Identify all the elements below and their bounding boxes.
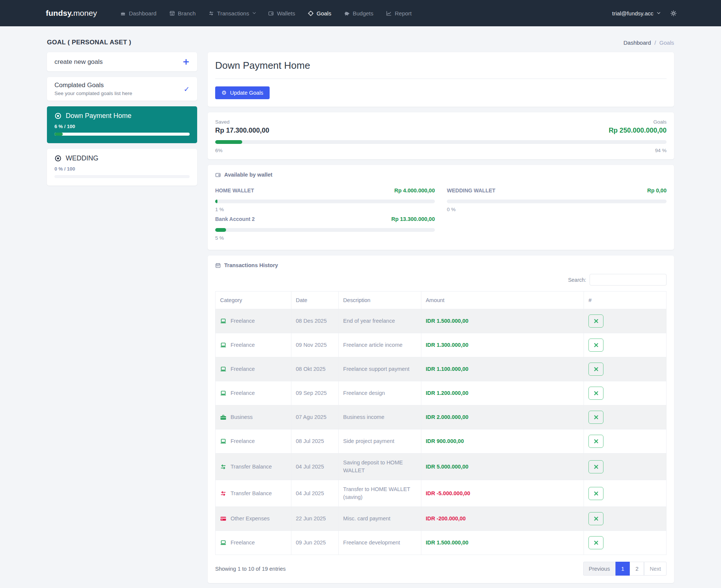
- transaction-action-button[interactable]: [588, 411, 603, 424]
- breadcrumb-dashboard-link[interactable]: Dashboard: [623, 39, 651, 46]
- wallet-progress-track: [215, 228, 435, 232]
- nav-item-budgets[interactable]: Budgets: [344, 10, 373, 17]
- transaction-date: 09 Nov 2025: [291, 333, 338, 357]
- goals-label: Goals: [609, 119, 667, 125]
- briefcase-icon: [220, 414, 226, 420]
- pagination-next-button[interactable]: Next: [644, 562, 667, 576]
- wallet-row: HOME WALLET Rp 4.000.000,00: [215, 187, 435, 193]
- table-row: Freelance 08 Jul 2025 Side project payme…: [216, 429, 667, 453]
- nav-item-branch[interactable]: Branch: [169, 10, 196, 17]
- transaction-description: End of year freelance: [338, 309, 421, 333]
- calendar-icon: [215, 263, 221, 268]
- pagination-page-2-button[interactable]: 2: [630, 562, 644, 576]
- transaction-action-button[interactable]: [588, 387, 603, 400]
- tools-icon: [593, 491, 599, 496]
- category-label: Freelance: [231, 437, 255, 445]
- saved-block: Saved Rp 17.300.000,00: [215, 119, 269, 135]
- nav-item-wallets[interactable]: Wallets: [268, 10, 295, 17]
- category-label: Business: [231, 413, 253, 421]
- goal-card-wedding[interactable]: WEDDING 0 % / 100: [47, 149, 197, 186]
- update-goals-button[interactable]: ⚙ Update Goals: [215, 86, 270, 99]
- nav-right: trial@fundsy.acc: [612, 10, 677, 17]
- transaction-amount: IDR 1.300.000,00: [426, 342, 469, 348]
- brand-bold: fundsy.: [46, 9, 73, 17]
- tools-icon: [593, 438, 599, 444]
- wallet-progress-fill: [215, 228, 226, 232]
- goal-progress-label: 6 % / 100: [54, 124, 190, 129]
- nav-item-label: Report: [395, 10, 412, 17]
- table-footer: Showing 1 to 10 of 19 entries Previous 1…: [215, 562, 667, 576]
- wallets-icon: [268, 11, 274, 16]
- update-goals-label: Update Goals: [230, 90, 263, 96]
- wallet-progress-track: [215, 200, 435, 203]
- column-header-amount[interactable]: Amount: [421, 292, 584, 309]
- table-row: Freelance 08 Des 2025 End of year freela…: [216, 309, 667, 333]
- breadcrumb: Dashboard/Goals: [623, 39, 674, 46]
- wallet-percent: 0 %: [447, 207, 667, 212]
- goal-progress-fill: [54, 133, 63, 136]
- transaction-date: 04 Jul 2025: [291, 480, 338, 507]
- goal-summary-panel: Saved Rp 17.300.000,00 Goals Rp 250.000.…: [208, 112, 674, 159]
- column-header-category[interactable]: Category: [216, 292, 291, 309]
- goal-progress-track: [54, 175, 190, 178]
- transaction-action-button[interactable]: [588, 536, 603, 549]
- table-row: Transfer Balance 04 Jul 2025 Saving depo…: [216, 453, 667, 480]
- wallet-item-bank-account-2: Bank Account 2 Rp 13.300.000,00 5 %: [215, 216, 435, 241]
- transaction-date: 09 Sep 2025: [291, 381, 338, 405]
- brand-logo[interactable]: fundsy.money: [46, 9, 97, 18]
- theme-toggle-button[interactable]: [670, 10, 677, 17]
- tools-icon: [593, 540, 599, 546]
- goals-icon: [308, 11, 314, 16]
- wallet-name: WEDDING WALLET: [447, 187, 495, 193]
- transaction-action-button[interactable]: [588, 435, 603, 448]
- summary-percents-row: 6% 94 %: [215, 148, 667, 153]
- completed-goals-card[interactable]: Complated Goals See your complated goals…: [47, 77, 197, 101]
- category-label: Transfer Balance: [231, 490, 272, 497]
- nav-item-report[interactable]: Report: [386, 10, 412, 17]
- transaction-description: Saving deposit to HOME WALLET: [338, 453, 421, 480]
- goal-card-down-payment-home[interactable]: Down Payment Home 6 % / 100: [47, 106, 197, 143]
- transaction-action-button[interactable]: [588, 363, 603, 376]
- transaction-amount: IDR 2.000.000,00: [426, 414, 469, 420]
- transaction-amount: IDR 1.100.000,00: [426, 366, 469, 372]
- transactions-panel-header: Transactions History: [215, 262, 667, 268]
- brand-light: money: [73, 9, 97, 17]
- transaction-date: 08 Okt 2025: [291, 357, 338, 381]
- create-new-goals-card[interactable]: create new goals +: [47, 52, 197, 71]
- laptop-icon: [220, 438, 226, 444]
- goal-detail-main: Down Payment Home ⚙ Update Goals Saved R…: [208, 52, 674, 588]
- transaction-action-button[interactable]: [588, 487, 603, 500]
- transaction-description: Freelance article income: [338, 333, 421, 357]
- nav-item-goals[interactable]: Goals: [308, 10, 331, 17]
- wallet-row: Bank Account 2 Rp 13.300.000,00: [215, 216, 435, 222]
- wallet-value: Rp 0,00: [647, 187, 667, 193]
- transaction-action-button[interactable]: [588, 460, 603, 473]
- account-dropdown[interactable]: trial@fundsy.acc: [612, 10, 660, 17]
- pagination-previous-button[interactable]: Previous: [583, 562, 615, 576]
- table-row: Transfer Balance 04 Jul 2025 Transfer to…: [216, 480, 667, 507]
- transaction-description: Side project payment: [338, 429, 421, 453]
- pagination-page-1-button[interactable]: 1: [615, 562, 630, 576]
- column-header-actions[interactable]: #: [584, 292, 667, 309]
- transaction-action-button[interactable]: [588, 314, 603, 328]
- nav-item-dashboard[interactable]: Dashboard: [120, 10, 156, 17]
- column-header-description[interactable]: Description: [338, 292, 421, 309]
- search-input[interactable]: [590, 274, 667, 286]
- tools-icon: [593, 464, 599, 470]
- goal-detail-title: Down Payment Home: [215, 60, 667, 71]
- transaction-action-button[interactable]: [588, 339, 603, 352]
- transaction-date: 09 Jun 2025: [291, 531, 338, 555]
- nav-item-transactions[interactable]: Transactions: [208, 10, 255, 17]
- category-label: Freelance: [231, 389, 255, 397]
- transaction-description: Transfer to HOME WALLET (saving): [338, 480, 421, 507]
- breadcrumb-separator: /: [655, 39, 656, 46]
- transaction-action-button[interactable]: [588, 512, 603, 525]
- category-label: Freelance: [231, 341, 255, 349]
- column-header-date[interactable]: Date: [291, 292, 338, 309]
- available-by-wallet-panel: Available by wallet HOME WALLET Rp 4.000…: [208, 165, 674, 250]
- table-row: Other Expenses 22 Jun 2025 Misc. card pa…: [216, 507, 667, 531]
- transaction-amount: IDR -200.000,00: [426, 515, 466, 521]
- table-info: Showing 1 to 10 of 19 entries: [215, 566, 286, 572]
- summary-values-row: Saved Rp 17.300.000,00 Goals Rp 250.000.…: [215, 119, 667, 135]
- goals-value: Rp 250.000.000,00: [609, 127, 667, 135]
